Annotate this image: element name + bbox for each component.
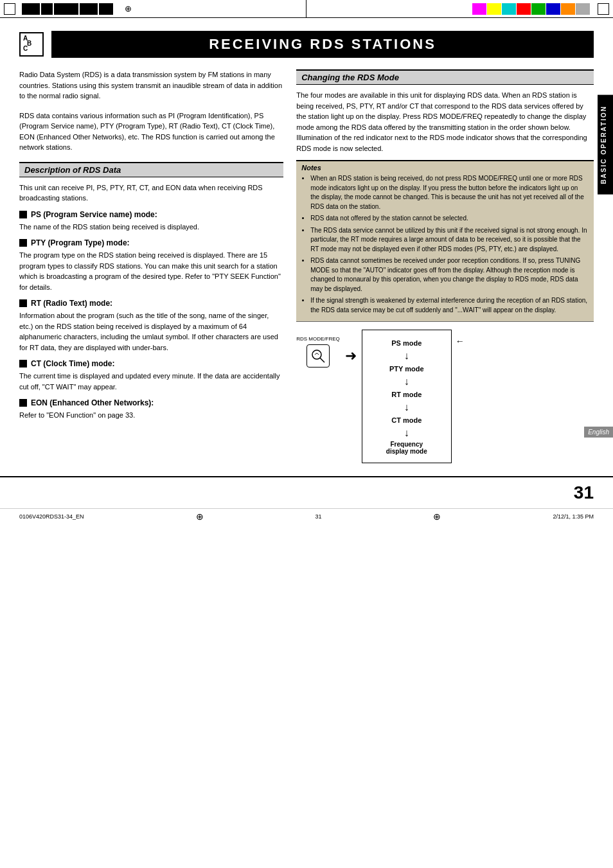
page-number: 31 bbox=[574, 483, 594, 503]
flow-ps-mode: PS mode bbox=[391, 335, 422, 351]
note-item-1: When an RDS station is being received, d… bbox=[310, 174, 589, 211]
crosshair-top: ⊕ bbox=[125, 4, 132, 13]
eon-mode-heading: EON (Enhanced Other Networks): bbox=[19, 398, 283, 407]
crosshair-bottom: ⊕ bbox=[196, 511, 204, 522]
ct-bullet bbox=[19, 360, 27, 368]
color-block-green bbox=[531, 3, 546, 15]
description-header: Description of RDS Data bbox=[19, 162, 283, 177]
ps-bullet bbox=[19, 211, 27, 218]
flow-arrow-3: ↓ bbox=[404, 402, 409, 412]
top-bar-right bbox=[306, 0, 613, 17]
flow-arrow-2: ↓ bbox=[404, 376, 409, 387]
footer-center: 31 bbox=[315, 513, 321, 520]
flow-ct-mode: CT mode bbox=[391, 412, 422, 428]
diagram-area: RDS MODE/FREQ ➜ PS mode bbox=[296, 330, 594, 463]
description-text: This unit can receive PI, PS, PTY, RT, C… bbox=[19, 182, 283, 204]
note-item-2: RDS data not offered by the station cann… bbox=[310, 214, 589, 224]
rds-button-caption: RDS MODE/FREQ bbox=[296, 336, 340, 342]
svg-point-0 bbox=[312, 350, 321, 359]
bottom-bar: 0106V420RDS31-34_EN ⊕ 31 ⊕ 2/12/1, 1:35 … bbox=[0, 508, 613, 524]
pty-mode-text: The program type on the RDS station bein… bbox=[19, 250, 283, 292]
black-block-1 bbox=[22, 3, 40, 15]
color-block-orange bbox=[561, 3, 575, 15]
page-title: RECEIVING RDS STATIONS bbox=[51, 31, 594, 58]
arrow-back-container: ← bbox=[456, 336, 465, 457]
arrow-up-right: ← bbox=[456, 336, 465, 346]
color-block-red bbox=[517, 3, 531, 15]
intro-text-2: RDS data contains various information su… bbox=[19, 111, 283, 153]
notes-box: Notes When an RDS station is being recei… bbox=[296, 160, 594, 322]
ps-mode-heading: PS (Program Service name) mode: bbox=[19, 210, 283, 219]
eon-bullet bbox=[19, 399, 27, 407]
pty-mode-heading: PTY (Program Type) mode: bbox=[19, 238, 283, 247]
rds-button-icon bbox=[306, 344, 330, 368]
black-block-3 bbox=[54, 3, 78, 15]
rt-bullet bbox=[19, 299, 27, 307]
top-bar-left: ⊕ bbox=[0, 0, 306, 17]
right-column: Changing the RDS Mode The four modes are… bbox=[296, 69, 594, 463]
color-block-cyan bbox=[502, 3, 516, 15]
color-block-yellow bbox=[487, 3, 501, 15]
letter-c: C bbox=[23, 45, 28, 52]
corner-mark-tl bbox=[4, 3, 15, 15]
page-title-container: A B C RECEIVING RDS STATIONS bbox=[19, 31, 594, 58]
footer-right: 2/12/1, 1:35 PM bbox=[553, 513, 594, 520]
corner-mark-tr bbox=[598, 3, 609, 15]
color-blocks-right bbox=[472, 3, 590, 15]
rt-mode-label: RT (Radio Text) mode: bbox=[31, 299, 112, 308]
color-block-gray bbox=[576, 3, 590, 15]
english-tab: English bbox=[584, 427, 613, 438]
crosshair-bottom-2: ⊕ bbox=[433, 511, 441, 522]
left-column: Radio Data System (RDS) is a data transm… bbox=[19, 69, 283, 463]
arrow-to-flow: ➜ bbox=[345, 348, 357, 364]
pty-mode-label: PTY (Program Type) mode: bbox=[31, 238, 130, 247]
pty-bullet bbox=[19, 239, 27, 247]
rt-mode-heading: RT (Radio Text) mode: bbox=[19, 299, 283, 308]
color-block-blue bbox=[546, 3, 560, 15]
flow-rt-mode: RT mode bbox=[391, 387, 422, 402]
intro-text-1: Radio Data System (RDS) is a data transm… bbox=[19, 69, 283, 102]
ps-mode-label: PS (Program Service name) mode: bbox=[31, 210, 157, 219]
rt-mode-text: Information about the program (such as t… bbox=[19, 310, 283, 353]
flow-pty-mode: PTY mode bbox=[389, 361, 424, 376]
notes-title: Notes bbox=[301, 164, 589, 172]
ps-mode-text: The name of the RDS station being receiv… bbox=[19, 222, 283, 233]
note-item-4: RDS data cannot sometimes be received un… bbox=[310, 256, 589, 294]
basic-operation-tab: BASIC OPERATION bbox=[598, 95, 613, 195]
diagram-button-group: RDS MODE/FREQ bbox=[296, 336, 340, 368]
changing-text: The four modes are available in this uni… bbox=[296, 90, 594, 154]
notes-list: When an RDS station is being received, d… bbox=[301, 174, 589, 315]
mode-flow: PS mode ↓ PTY mode ↓ RT mode ↓ CT mode ↓… bbox=[362, 330, 452, 463]
svg-line-1 bbox=[320, 358, 324, 362]
note-item-3: The RDS data service cannot be utilized … bbox=[310, 226, 589, 254]
top-bar: ⊕ bbox=[0, 0, 613, 18]
black-blocks-left bbox=[22, 3, 113, 15]
eon-mode-text: Refer to "EON Function" on page 33. bbox=[19, 410, 283, 421]
black-block-2 bbox=[41, 3, 53, 15]
changing-header: Changing the RDS Mode bbox=[296, 69, 594, 85]
ct-mode-text: The current time is displayed and update… bbox=[19, 371, 283, 392]
flow-arrow-1: ↓ bbox=[404, 351, 409, 361]
color-block-magenta bbox=[472, 3, 486, 15]
eon-mode-label: EON (Enhanced Other Networks): bbox=[31, 398, 154, 407]
black-block-5 bbox=[99, 3, 113, 15]
flow-container: PS mode ↓ PTY mode ↓ RT mode ↓ CT mode ↓… bbox=[362, 330, 452, 463]
two-col-layout: Radio Data System (RDS) is a data transm… bbox=[19, 69, 594, 463]
abc-icon: A B C bbox=[19, 32, 44, 57]
note-item-5: If the signal strength is weakened by ex… bbox=[310, 296, 589, 315]
ct-mode-heading: CT (Clock Time) mode: bbox=[19, 359, 283, 368]
footer-left: 0106V420RDS31-34_EN bbox=[19, 513, 84, 520]
page-content: A B C RECEIVING RDS STATIONS Radio Data … bbox=[0, 18, 613, 476]
flow-arrow-4: ↓ bbox=[404, 428, 409, 438]
flow-freq-mode: Frequencydisplay mode bbox=[386, 438, 427, 457]
ct-mode-label: CT (Clock Time) mode: bbox=[31, 359, 114, 368]
black-block-4 bbox=[80, 3, 98, 15]
page-number-area: 31 bbox=[0, 476, 613, 508]
